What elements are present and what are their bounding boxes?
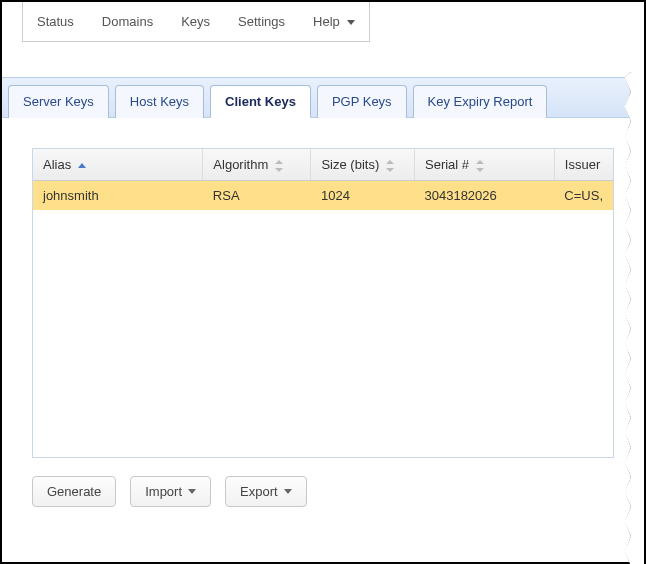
nav-help[interactable]: Help <box>299 2 369 41</box>
button-bar: Generate Import Export <box>32 476 614 507</box>
tab-key-expiry-report[interactable]: Key Expiry Report <box>413 85 548 118</box>
sort-icon <box>476 161 484 171</box>
import-button[interactable]: Import <box>130 476 211 507</box>
top-nav: Status Domains Keys Settings Help <box>22 2 370 42</box>
sort-icon <box>275 161 283 171</box>
nav-help-label: Help <box>313 14 340 29</box>
cell-alias: johnsmith <box>33 181 203 211</box>
col-size[interactable]: Size (bits) <box>311 149 415 181</box>
col-alias-label: Alias <box>43 157 71 172</box>
nav-keys[interactable]: Keys <box>167 2 224 41</box>
col-size-label: Size (bits) <box>321 157 379 172</box>
col-serial-label: Serial # <box>425 157 469 172</box>
keys-table: Alias Algorithm Size (bits) Serial <box>33 149 613 210</box>
sort-asc-icon <box>78 163 86 168</box>
tab-pgp-keys[interactable]: PGP Keys <box>317 85 407 118</box>
col-algorithm-label: Algorithm <box>213 157 268 172</box>
generate-button[interactable]: Generate <box>32 476 116 507</box>
keys-table-container: Alias Algorithm Size (bits) Serial <box>32 148 614 458</box>
col-algorithm[interactable]: Algorithm <box>203 149 311 181</box>
import-label: Import <box>145 484 182 499</box>
tab-client-keys[interactable]: Client Keys <box>210 85 311 118</box>
cell-algorithm: RSA <box>203 181 311 211</box>
table-row[interactable]: johnsmith RSA 1024 3043182026 C=US, <box>33 181 613 211</box>
cell-serial: 3043182026 <box>414 181 554 211</box>
nav-status[interactable]: Status <box>23 2 88 41</box>
tab-host-keys[interactable]: Host Keys <box>115 85 204 118</box>
cell-size: 1024 <box>311 181 415 211</box>
tab-server-keys[interactable]: Server Keys <box>8 85 109 118</box>
cell-issuer: C=US, <box>554 181 613 211</box>
col-serial[interactable]: Serial # <box>414 149 554 181</box>
nav-settings[interactable]: Settings <box>224 2 299 41</box>
export-button[interactable]: Export <box>225 476 307 507</box>
nav-domains[interactable]: Domains <box>88 2 167 41</box>
sort-icon <box>386 161 394 171</box>
col-issuer[interactable]: Issuer <box>554 149 613 181</box>
chevron-down-icon <box>284 489 292 494</box>
tab-bar: Server Keys Host Keys Client Keys PGP Ke… <box>2 77 644 118</box>
col-alias[interactable]: Alias <box>33 149 203 181</box>
content-panel: Alias Algorithm Size (bits) Serial <box>2 118 644 527</box>
col-issuer-label: Issuer <box>565 157 600 172</box>
chevron-down-icon <box>188 489 196 494</box>
chevron-down-icon <box>347 20 355 25</box>
export-label: Export <box>240 484 278 499</box>
